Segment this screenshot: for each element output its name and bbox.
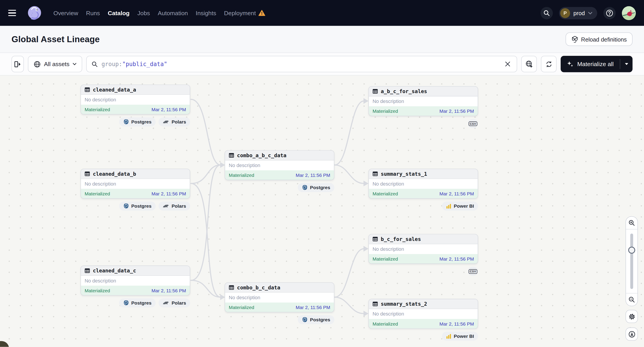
zoom-slider[interactable] (626, 229, 637, 293)
tag-polars[interactable]: Polars (158, 202, 190, 211)
asset-timestamp[interactable]: Mar 2, 11:56 PM (296, 305, 330, 310)
asset-description: No description (81, 95, 190, 105)
tag-postgres[interactable]: Postgres (298, 183, 334, 192)
asset-node[interactable]: summary_stats_1 No description Materiali… (368, 169, 478, 199)
lineage-canvas[interactable]: cleaned_data_a No description Materializ… (0, 75, 644, 347)
materialize-all-button[interactable]: Materialize all (561, 56, 620, 72)
asset-node[interactable]: combo_a_b_c_data No description Material… (224, 150, 334, 180)
hamburger-menu-icon[interactable] (8, 7, 20, 19)
asset-description: No description (81, 179, 190, 189)
polars-icon (163, 119, 169, 124)
graph-settings-button[interactable] (626, 310, 638, 323)
asset-node[interactable]: cleaned_data_a No description Materializ… (80, 85, 190, 115)
zoom-out-button[interactable] (626, 293, 637, 306)
refresh-button[interactable] (541, 56, 557, 72)
asset-timestamp[interactable]: Mar 2, 11:56 PM (152, 288, 186, 293)
user-avatar[interactable] (622, 6, 636, 20)
polars-icon (163, 300, 169, 305)
tag-postgres[interactable]: Postgres (119, 117, 156, 126)
nav-deployment[interactable]: Deployment (224, 9, 265, 16)
asset-node-header: summary_stats_2 (369, 299, 478, 309)
zoom-in-icon (628, 220, 635, 226)
tag-postgres[interactable]: Postgres (298, 315, 334, 324)
search-query-value: "public_data" (122, 61, 167, 67)
asset-status: Materialized (85, 191, 110, 196)
chevron-down-icon (72, 63, 76, 65)
asset-timestamp[interactable]: Mar 2, 11:56 PM (152, 191, 186, 196)
asset-node-header: b_c_for_sales (369, 235, 478, 244)
table-icon (85, 268, 90, 273)
asset-timestamp[interactable]: Mar 2, 11:56 PM (439, 256, 474, 261)
table-icon (372, 237, 378, 242)
asset-tags: Postgres Polars (80, 117, 190, 126)
asset-tags: Power BI (368, 332, 478, 341)
nav-runs[interactable]: Runs (86, 9, 100, 16)
tag-postgres[interactable]: Postgres (119, 298, 156, 307)
panel-toggle-icon (14, 61, 21, 67)
asset-timestamp[interactable]: Mar 2, 11:56 PM (152, 107, 186, 112)
global-search-button[interactable] (540, 7, 553, 19)
asset-node[interactable]: b_c_for_sales No description Materialize… (368, 234, 478, 264)
asset-status: Materialized (85, 288, 110, 293)
tag-polars[interactable]: Polars (158, 117, 190, 126)
reload-cube-icon (571, 36, 578, 43)
deployment-switcher[interactable]: P prod (559, 7, 597, 19)
lineage-toolbar: All assets group:"public_data" (0, 53, 644, 75)
asset-status: Materialized (229, 305, 254, 310)
nav-overview[interactable]: Overview (54, 9, 78, 16)
postgres-icon (123, 300, 129, 306)
power-bi-icon (446, 333, 452, 339)
download-icon (628, 331, 635, 338)
help-button[interactable] (603, 7, 616, 19)
nav-automation[interactable]: Automation (158, 9, 188, 16)
asset-status: Materialized (372, 191, 398, 196)
materialize-all-label: Materialize all (577, 61, 614, 67)
tag-power-bi[interactable]: Power BI (442, 202, 478, 211)
asset-node[interactable]: combo_b_c_data No description Materializ… (224, 283, 334, 312)
zoom-in-button[interactable] (626, 217, 637, 229)
postgres-icon (123, 119, 129, 125)
dagster-logo[interactable] (26, 5, 43, 21)
asset-status-row: Materialized Mar 2, 11:56 PM (369, 189, 478, 198)
asset-description: No description (369, 244, 478, 254)
asset-title: a_b_c_for_sales (381, 88, 427, 94)
asset-node[interactable]: cleaned_data_b No description Materializ… (80, 169, 190, 199)
nav-jobs[interactable]: Jobs (138, 9, 150, 16)
asset-search-input[interactable]: group:"public_data" (86, 56, 517, 72)
table-icon (85, 171, 90, 176)
asset-status: Materialized (85, 107, 110, 112)
nav-insights[interactable]: Insights (196, 9, 216, 16)
asset-tags: Postgres (224, 183, 334, 192)
csv-icon: CSV (468, 121, 477, 126)
zoom-slider-handle[interactable] (628, 247, 635, 254)
asset-timestamp[interactable]: Mar 2, 11:56 PM (439, 108, 474, 113)
asset-description: No description (369, 96, 478, 106)
asset-status-row: Materialized Mar 2, 11:56 PM (81, 105, 190, 114)
tag-power-bi[interactable]: Power BI (442, 332, 478, 341)
asset-scope-dropdown[interactable]: All assets (28, 56, 82, 72)
asset-status: Materialized (229, 173, 254, 178)
tag-csv[interactable]: CSV (468, 119, 478, 128)
asset-node[interactable]: cleaned_data_c No description Materializ… (80, 266, 190, 296)
clear-search-icon[interactable] (504, 59, 512, 69)
reload-definitions-button[interactable]: Reload definitions (566, 32, 632, 46)
tag-postgres[interactable]: Postgres (119, 202, 156, 211)
asset-node[interactable]: summary_stats_2 No description Materiali… (368, 299, 478, 329)
asset-timestamp[interactable]: Mar 2, 11:56 PM (439, 321, 474, 326)
lineage-scope-button[interactable] (521, 56, 537, 72)
open-left-panel-button[interactable] (12, 56, 24, 72)
tag-polars[interactable]: Polars (158, 298, 190, 307)
polars-icon (163, 204, 169, 209)
nav-catalog[interactable]: Catalog (108, 9, 130, 16)
zoom-slider-track[interactable] (630, 234, 633, 289)
asset-title: summary_stats_2 (381, 301, 427, 307)
asset-timestamp[interactable]: Mar 2, 11:56 PM (439, 191, 474, 196)
asset-node[interactable]: a_b_c_for_sales No description Materiali… (368, 86, 478, 116)
page-header: Global Asset Lineage Reload definitions (0, 26, 644, 53)
deployment-name: prod (574, 9, 585, 16)
materialize-options-button[interactable] (620, 56, 632, 72)
tag-csv[interactable]: CSV (468, 267, 478, 276)
download-image-button[interactable] (626, 328, 638, 341)
zoom-out-icon (628, 296, 635, 303)
asset-timestamp[interactable]: Mar 2, 11:56 PM (296, 173, 330, 178)
